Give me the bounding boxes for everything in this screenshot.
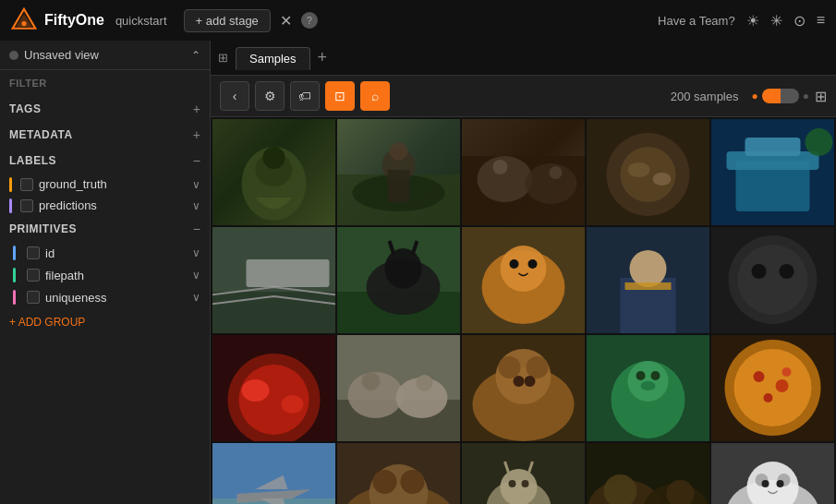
add-stage-button[interactable]: + add stage [184,9,271,32]
svg-point-15 [550,166,563,179]
have-team-label: Have a Team? [658,14,735,28]
metadata-label: METADATA [9,128,73,141]
primitive-item-uniqueness[interactable]: uniqueness ∨ [0,286,210,308]
samples-tab[interactable]: Samples [236,47,310,70]
predictions-chevron-icon[interactable]: ∨ [192,199,200,212]
svg-rect-9 [388,170,410,202]
sun-icon[interactable]: ☀ [746,12,759,30]
label-item-predictions[interactable]: predictions ∨ [0,195,210,216]
logo-icon [11,7,37,33]
view-selector[interactable]: Unsaved view ⌃ [0,41,210,70]
grid-cell-13[interactable] [462,335,585,441]
primitives-collapse-icon[interactable]: − [193,222,200,236]
filepath-chevron-icon[interactable]: ∨ [192,269,200,282]
grid-cell-14[interactable] [587,335,709,441]
toggle-row[interactable]: ● ● [752,89,810,103]
tag-button[interactable]: 🏷 [290,81,320,111]
svg-point-14 [493,160,508,174]
labels-collapse-icon[interactable]: − [193,153,200,168]
grid-cell-1[interactable] [212,119,335,225]
grid-cell-19[interactable] [587,443,709,504]
back-button[interactable]: ‹ [220,81,249,111]
svg-point-32 [385,248,422,289]
grid-cell-9[interactable] [587,227,709,333]
svg-point-2 [21,21,26,26]
primitive-item-filepath[interactable]: filepath ∨ [0,264,210,286]
grid-cell-11[interactable] [212,335,335,441]
grid-cell-15[interactable] [711,335,834,441]
svg-point-44 [738,245,808,315]
body-layout: Unsaved view ⌃ FILTER TAGS + METADATA + … [0,41,836,504]
svg-point-64 [525,376,536,387]
quickstart-label: quickstart [115,14,167,28]
primitives-label: PRIMITIVES [9,222,77,235]
svg-rect-27 [212,292,335,333]
ground-truth-checkbox[interactable] [20,178,33,191]
grid-cell-3[interactable] [462,119,585,225]
search-button[interactable]: ⌕ [360,81,390,111]
patchwork-button[interactable]: ⊡ [325,81,355,111]
svg-point-90 [522,480,529,487]
tag-icon: 🏷 [298,89,311,103]
add-group-button[interactable]: + ADD GROUP [0,308,210,336]
filepath-label: filepath [45,269,187,282]
image-grid [211,117,836,504]
svg-rect-28 [247,259,330,287]
svg-point-25 [806,128,833,156]
grid-cell-10[interactable] [711,227,834,333]
uniqueness-chevron-icon[interactable]: ∨ [192,291,200,304]
grid-cell-6[interactable] [212,227,335,333]
grid-cell-7[interactable] [337,227,460,333]
grid-cell-18[interactable] [462,443,585,504]
labels-section-header[interactable]: LABELS − [0,148,210,174]
snowflake-icon[interactable]: ✳ [770,12,782,30]
predictions-checkbox[interactable] [20,199,33,212]
sample-count: 200 samples [671,90,739,103]
grid-view-icon[interactable]: ⊞ [815,88,827,105]
close-icon[interactable]: ✕ [280,12,292,30]
filepath-checkbox[interactable] [27,269,40,282]
github-icon[interactable]: ⊙ [794,12,806,30]
svg-point-70 [641,381,656,390]
grid-cell-20[interactable] [711,443,834,504]
svg-point-84 [373,470,397,494]
view-status-dot [9,51,18,60]
settings-button[interactable]: ⚙ [255,81,285,111]
add-tab-icon[interactable]: + [314,48,332,67]
ground-truth-color-bar [9,177,12,192]
svg-rect-41 [625,282,672,290]
svg-point-76 [764,393,773,402]
ground-truth-chevron-icon[interactable]: ∨ [192,178,200,191]
tags-section-header[interactable]: TAGS + [0,96,210,122]
grid-cell-4[interactable] [587,119,709,225]
label-item-ground-truth[interactable]: ground_truth ∨ [0,174,210,195]
metadata-section-header[interactable]: METADATA + [0,122,210,148]
svg-point-73 [734,349,812,426]
uniqueness-checkbox[interactable] [27,291,40,304]
grid-cell-17[interactable] [337,443,460,504]
primitive-item-id[interactable]: id ∨ [0,242,210,264]
view-label: Unsaved view [24,48,186,62]
tags-label: TAGS [9,102,41,115]
tags-add-icon[interactable]: + [193,102,200,116]
primitives-section-header[interactable]: PRIMITIVES − [0,216,210,242]
menu-icon[interactable]: ≡ [817,12,825,29]
id-checkbox[interactable] [27,246,40,259]
svg-point-101 [762,480,769,487]
metadata-add-icon[interactable]: + [193,127,200,142]
topbar: FiftyOne quickstart + add stage ✕ ? Have… [0,0,836,41]
grid-cell-2[interactable] [337,119,460,225]
view-toggle[interactable] [762,89,799,103]
svg-point-85 [401,470,425,494]
grid-cell-5[interactable] [711,119,834,225]
grid-cell-12[interactable] [337,335,460,441]
svg-point-35 [501,246,547,292]
grid-cell-8[interactable] [462,227,585,333]
grid-cell-16[interactable] [212,443,335,504]
id-color-bar [13,246,16,260]
help-icon[interactable]: ? [301,12,318,29]
id-chevron-icon[interactable]: ∨ [192,246,200,259]
predictions-color-bar [9,198,12,213]
labels-label: LABELS [9,154,56,167]
svg-point-63 [514,376,525,387]
